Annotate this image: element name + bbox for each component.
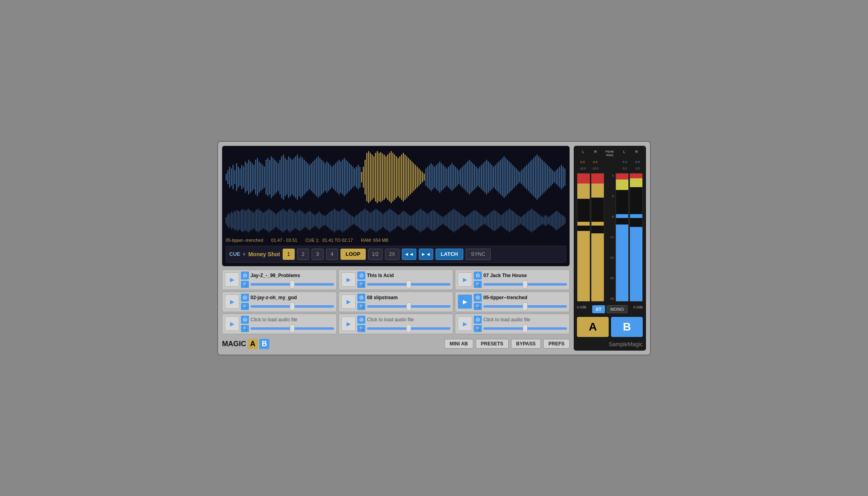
right-meter-fader[interactable]	[591, 222, 604, 226]
svg-rect-443	[563, 216, 564, 225]
svg-rect-93	[387, 154, 388, 199]
track-3-3-power-button[interactable]: ⏻	[474, 316, 482, 324]
track-1-3-power-button[interactable]: ⏻	[474, 271, 482, 280]
svg-rect-390	[490, 213, 491, 228]
svg-rect-327	[402, 211, 403, 229]
track-1-3-play-button[interactable]: ▶	[458, 272, 472, 287]
waveform-display: 05-tipper--trenched 01.47 - 03.51 CUE 1:…	[222, 146, 570, 266]
track-3-3-zoom-button[interactable]: 🔍	[474, 325, 482, 332]
svg-rect-152	[483, 163, 484, 191]
track-2-1-slider[interactable]	[251, 305, 334, 308]
track-1-2-play-button[interactable]: ▶	[341, 272, 356, 287]
left-meter-fader[interactable]	[577, 222, 590, 226]
svg-rect-46	[306, 161, 307, 193]
svg-rect-222	[256, 210, 257, 231]
svg-rect-333	[410, 216, 411, 225]
svg-rect-391	[491, 211, 492, 229]
track-3-1-slider[interactable]	[251, 327, 334, 330]
track-2-3-play-button[interactable]: ▶	[458, 294, 472, 309]
track-3-2-zoom-button[interactable]: 🔍	[357, 325, 365, 332]
svg-rect-297	[361, 211, 361, 229]
svg-rect-318	[389, 208, 390, 232]
track-2-3-slider[interactable]	[483, 305, 567, 308]
svg-rect-77	[359, 167, 361, 188]
output-left-fader[interactable]	[616, 214, 628, 218]
track-2-1-power-button[interactable]: ⏻	[241, 294, 249, 302]
track-3-2-slider[interactable]	[367, 327, 450, 330]
svg-rect-230	[267, 210, 268, 231]
track-3-1-power-button[interactable]: ⏻	[241, 316, 249, 324]
double-speed-button[interactable]: 2X	[385, 249, 399, 260]
st-button[interactable]: ST	[592, 305, 605, 313]
mini-ab-button[interactable]: MINI AB	[444, 339, 473, 349]
svg-rect-336	[415, 213, 416, 228]
track-2-3-zoom-button[interactable]: 🔍	[474, 303, 482, 310]
svg-rect-385	[483, 216, 483, 225]
track-1-2-slider[interactable]	[367, 283, 450, 286]
ab-a-button[interactable]: A	[577, 317, 609, 337]
meter-peak-rms-label: PEAKRMS	[603, 150, 617, 157]
loop-button[interactable]: LOOP	[340, 249, 366, 260]
track-1-1-zoom-button[interactable]: 🔍	[241, 281, 249, 288]
track-3-3-slider[interactable]	[483, 327, 567, 330]
cue-btn-1[interactable]: 1	[283, 249, 295, 260]
track-1-1-slider[interactable]	[251, 283, 334, 286]
track-2-2-zoom-button[interactable]: 🔍	[357, 303, 365, 310]
svg-rect-119	[426, 168, 427, 186]
svg-rect-212	[242, 209, 243, 232]
output-right-fader[interactable]	[630, 214, 642, 218]
svg-rect-373	[466, 216, 467, 225]
logo-b: B	[259, 339, 269, 349]
svg-rect-232	[270, 210, 271, 231]
track-2-1-play-button[interactable]: ▶	[225, 294, 239, 309]
track-1-1-power-button[interactable]: ⏻	[241, 271, 249, 280]
prefs-button[interactable]: PREFS	[543, 339, 570, 349]
cue-btn-4[interactable]: 4	[326, 249, 338, 260]
cue-btn-2[interactable]: 2	[297, 249, 309, 260]
track-2-2-play-button[interactable]: ▶	[341, 294, 356, 309]
svg-rect-178	[528, 163, 529, 191]
track-1-2-zoom-button[interactable]: 🔍	[357, 281, 365, 288]
cue-label-display: CUE 1: 01.41 TO 02.17	[305, 238, 353, 243]
mono-button[interactable]: MONO	[607, 305, 628, 313]
track-2-3-power-button[interactable]: ⏻	[474, 294, 482, 302]
toolbar-buttons: MINI AB PRESETS BYPASS PREFS	[444, 339, 570, 349]
svg-rect-140	[462, 167, 463, 188]
svg-rect-309	[377, 210, 378, 231]
bypass-button[interactable]: BYPASS	[511, 339, 541, 349]
svg-rect-307	[374, 210, 375, 231]
track-2-2-slider[interactable]	[367, 305, 450, 308]
track-3-3-play-button[interactable]: ▶	[458, 316, 472, 331]
svg-rect-38	[291, 159, 293, 194]
play-cue-button[interactable]: ►◄	[419, 249, 433, 260]
track-1-3-zoom-button[interactable]: 🔍	[474, 281, 482, 288]
svg-rect-29	[276, 161, 277, 193]
sync-button[interactable]: SYNC	[466, 249, 491, 260]
waveform-bottom-svg	[226, 206, 566, 235]
presets-button[interactable]: PRESETS	[476, 339, 509, 349]
latch-button[interactable]: LATCH	[436, 249, 463, 260]
track-3-1-zoom-button[interactable]: 🔍	[241, 325, 249, 332]
prev-button[interactable]: ◄◄	[402, 249, 416, 260]
track-item-2-1: ▶ ⏻ 02-jay-z-oh_my_god 🔍	[222, 292, 337, 312]
track-1-1-play-button[interactable]: ▶	[225, 272, 239, 287]
track-1-3-slider[interactable]	[483, 283, 567, 286]
svg-rect-254	[301, 210, 302, 230]
svg-rect-417	[527, 211, 528, 229]
svg-rect-167	[509, 161, 510, 193]
svg-rect-48	[309, 165, 310, 189]
track-2-1-zoom-button[interactable]: 🔍	[241, 303, 249, 310]
ab-b-button[interactable]: B	[611, 317, 643, 337]
meter-peak-L: -5.2	[619, 160, 630, 164]
track-3-1-play-button[interactable]: ▶	[225, 316, 239, 331]
track-3-2-play-button[interactable]: ▶	[341, 316, 356, 331]
half-speed-button[interactable]: 1/2	[368, 249, 383, 260]
track-item-2-2: ▶ ⏻ 08 slipstream 🔍	[338, 292, 453, 312]
svg-rect-316	[387, 210, 388, 230]
track-3-2-power-button[interactable]: ⏻	[357, 316, 365, 324]
cue-dropdown-arrow[interactable]: ∨	[242, 251, 246, 257]
cue-btn-3[interactable]: 3	[312, 249, 324, 260]
track-2-2-power-button[interactable]: ⏻	[357, 294, 365, 302]
svg-rect-329	[405, 211, 405, 229]
track-1-2-power-button[interactable]: ⏻	[357, 271, 365, 280]
